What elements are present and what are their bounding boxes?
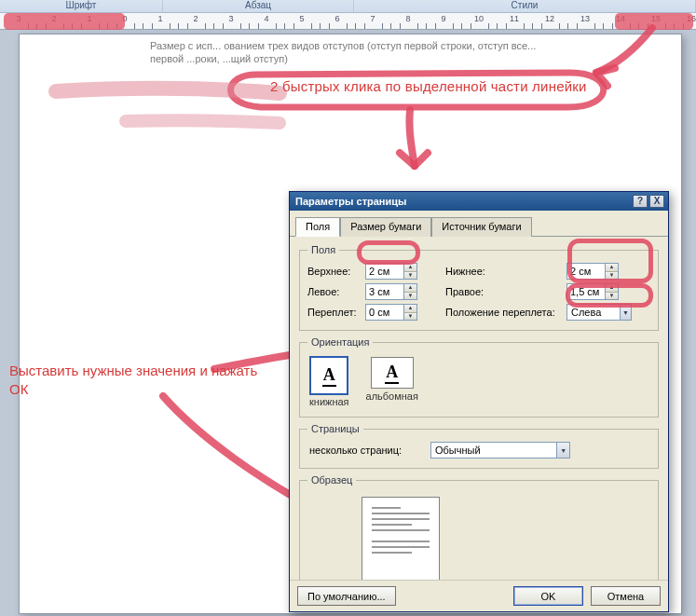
dialog-titlebar[interactable]: Параметры страницы ? X bbox=[290, 192, 668, 211]
annotation-instructions: Выставить нужные значения и нажать ОК bbox=[9, 362, 266, 399]
group-orientation: Ориентация A книжная A альбомная bbox=[299, 336, 659, 418]
ruler-number: 5 bbox=[299, 14, 304, 23]
margin-left-field[interactable]: ▲▼ bbox=[365, 283, 417, 300]
group-margins: Поля Верхнее: ▲▼ Нижнее: ▲▼ Левое: ▲ bbox=[299, 244, 659, 331]
help-button[interactable]: ? bbox=[633, 195, 648, 208]
defaults-button[interactable]: По умолчанию... bbox=[297, 586, 396, 606]
tab-fields[interactable]: Поля bbox=[295, 217, 340, 237]
orientation-portrait[interactable]: A книжная bbox=[309, 357, 349, 407]
label-multipage: несколько страниц: bbox=[309, 445, 421, 456]
group-sample-legend: Образец bbox=[307, 474, 356, 486]
annotation-ruler-highlight-left bbox=[4, 13, 125, 30]
ruler-number: 4 bbox=[264, 14, 268, 23]
ruler-number: 10 bbox=[474, 14, 484, 23]
margin-top-field[interactable]: ▲▼ bbox=[365, 263, 417, 280]
ruler-number: 2 bbox=[193, 14, 198, 23]
group-pages-legend: Страницы bbox=[307, 423, 363, 434]
gutter-field[interactable]: ▲▼ bbox=[365, 304, 417, 321]
close-button[interactable]: X bbox=[649, 195, 664, 208]
label-left: Левое: bbox=[307, 286, 365, 297]
ruler-number: 12 bbox=[545, 14, 554, 23]
spin-up-icon[interactable]: ▲ bbox=[404, 264, 416, 272]
annotation-ruler-highlight-right bbox=[615, 13, 693, 30]
chevron-down-icon[interactable]: ▼ bbox=[620, 305, 631, 320]
landscape-icon: A bbox=[385, 363, 399, 384]
gutter-pos-input[interactable] bbox=[567, 305, 620, 320]
margin-bottom-input[interactable] bbox=[567, 264, 605, 279]
margin-right-field[interactable]: ▲▼ bbox=[566, 283, 619, 300]
margin-top-input[interactable] bbox=[366, 264, 403, 279]
spin-down-icon[interactable]: ▼ bbox=[404, 272, 416, 280]
ruler-number: 6 bbox=[334, 14, 339, 23]
label-right: Правое: bbox=[445, 286, 566, 297]
ruler-number: 3 bbox=[228, 14, 233, 23]
tab-paper-size[interactable]: Размер бумаги bbox=[340, 217, 431, 237]
group-margins-legend: Поля bbox=[307, 244, 339, 255]
ribbon-group-labels: Шрифт Абзац Стили bbox=[0, 0, 696, 13]
margin-left-input[interactable] bbox=[366, 284, 403, 299]
multipage-input[interactable] bbox=[431, 443, 556, 458]
label-bottom: Нижнее: bbox=[445, 266, 566, 277]
doc-line-2: первой ...роки, ...щий отступ) bbox=[150, 53, 288, 64]
ok-button[interactable]: OK bbox=[513, 586, 583, 606]
chevron-down-icon[interactable]: ▼ bbox=[556, 443, 569, 458]
ruler-number: 13 bbox=[580, 14, 590, 23]
ruler-number: 1 bbox=[157, 14, 162, 23]
label-gutter-pos: Положение переплета: bbox=[445, 307, 566, 318]
ruler-number: 11 bbox=[510, 14, 519, 23]
gutter-pos-field[interactable]: ▼ bbox=[566, 304, 632, 321]
ruler-number: 7 bbox=[370, 14, 375, 23]
page-setup-dialog: Параметры страницы ? X Поля Размер бумаг… bbox=[289, 191, 669, 612]
cancel-button[interactable]: Отмена bbox=[591, 586, 661, 606]
doc-line-1: Размер с исп... ованием трех видов отсту… bbox=[150, 40, 536, 51]
margin-bottom-field[interactable]: ▲▼ bbox=[566, 263, 619, 280]
tab-paper-source[interactable]: Источник бумаги bbox=[431, 217, 531, 237]
gutter-input[interactable] bbox=[366, 305, 403, 320]
orientation-landscape[interactable]: A альбомная bbox=[366, 357, 418, 407]
orientation-portrait-label: книжная bbox=[309, 396, 349, 407]
ribbon-label-font: Шрифт bbox=[0, 0, 163, 12]
margin-right-input[interactable] bbox=[567, 284, 605, 299]
orientation-landscape-label: альбомная bbox=[366, 390, 418, 402]
dialog-tabs: Поля Размер бумаги Источник бумаги bbox=[290, 211, 668, 237]
ribbon-label-paragraph: Абзац bbox=[163, 0, 354, 12]
dialog-title: Параметры страницы bbox=[295, 196, 406, 207]
annotation-ruler-callout: 2 быстрых клика по выделенной части лине… bbox=[270, 78, 587, 94]
ruler-number: 9 bbox=[441, 14, 445, 23]
document-body-text: Размер с исп... ованием трех видов отсту… bbox=[150, 39, 560, 65]
portrait-icon: A bbox=[322, 365, 336, 387]
group-orientation-legend: Ориентация bbox=[307, 336, 373, 348]
group-pages: Страницы несколько страниц: ▼ bbox=[299, 423, 659, 469]
label-top: Верхнее: bbox=[307, 266, 365, 277]
ruler-number: 8 bbox=[405, 14, 410, 23]
label-gutter: Переплет: bbox=[307, 307, 365, 318]
ribbon-label-styles: Стили bbox=[354, 0, 696, 12]
dialog-footer: По умолчанию... OK Отмена bbox=[290, 580, 668, 611]
multipage-field[interactable]: ▼ bbox=[430, 442, 570, 459]
